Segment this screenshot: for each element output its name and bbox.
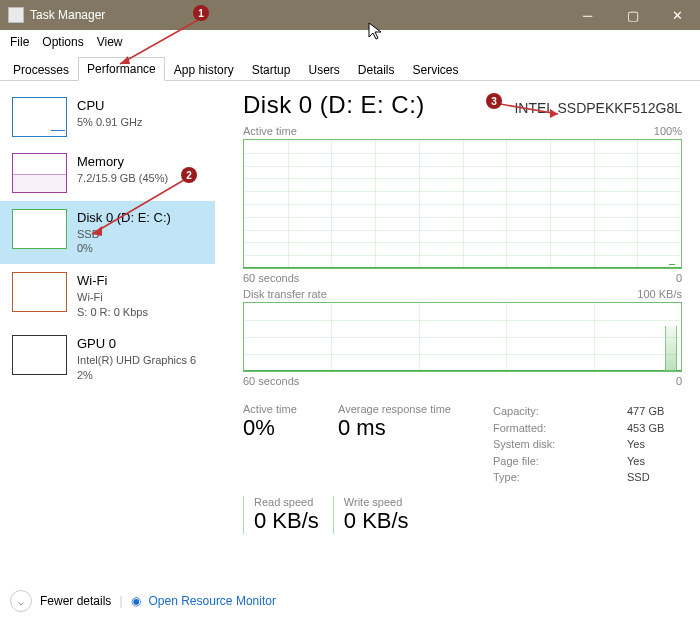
annotation-2: 2 — [181, 167, 197, 183]
tab-services[interactable]: Services — [404, 58, 468, 81]
footer: ⌵ Fewer details | ◉ Open Resource Monito… — [10, 590, 276, 612]
sidebar-item-gpu0[interactable]: GPU 0 Intel(R) UHD Graphics 6 2% — [0, 327, 215, 390]
disk-stats: Active time 0% Average response time 0 m… — [243, 403, 682, 486]
minimize-button[interactable]: ─ — [565, 0, 610, 30]
disk-model: INTEL SSDPEKKF512G8L — [514, 100, 682, 116]
titlebar[interactable]: Task Manager ─ ▢ ✕ — [0, 0, 700, 30]
active-time-chart[interactable] — [243, 139, 682, 269]
tab-app-history[interactable]: App history — [165, 58, 243, 81]
write-label: Write speed — [344, 496, 409, 508]
wifi-sub1: Wi-Fi — [77, 290, 148, 305]
wifi-sub2: S: 0 R: 0 Kbps — [77, 305, 148, 320]
fewer-details-label[interactable]: Fewer details — [40, 594, 111, 608]
detail-pane: Disk 0 (D: E: C:) INTEL SSDPEKKF512G8L A… — [215, 81, 700, 586]
chart1-max: 100% — [654, 125, 682, 137]
write-value: 0 KB/s — [344, 508, 409, 534]
gpu-sub1: Intel(R) UHD Graphics 6 — [77, 353, 196, 368]
window-title: Task Manager — [30, 8, 105, 22]
disk-sub2: 0% — [77, 241, 171, 256]
chart2-max: 100 KB/s — [637, 288, 682, 300]
type-k: Type: — [493, 469, 520, 486]
maximize-button[interactable]: ▢ — [610, 0, 655, 30]
gpu-thumb-chart — [12, 335, 67, 375]
chart2-label: Disk transfer rate — [243, 288, 327, 300]
annotation-1: 1 — [193, 5, 209, 21]
system-k: System disk: — [493, 436, 555, 453]
gpu-title: GPU 0 — [77, 335, 196, 353]
task-manager-icon — [8, 7, 24, 23]
menubar: File Options View — [0, 30, 700, 54]
page-v: Yes — [627, 453, 682, 470]
footer-sep: | — [119, 594, 122, 608]
capacity-k: Capacity: — [493, 403, 539, 420]
wifi-title: Wi-Fi — [77, 272, 148, 290]
chart2-axis-left: 60 seconds — [243, 375, 299, 387]
read-label: Read speed — [254, 496, 319, 508]
window-controls: ─ ▢ ✕ — [565, 0, 700, 30]
chart2-axis-right: 0 — [676, 375, 682, 387]
disk-title: Disk 0 (D: E: C:) — [77, 209, 171, 227]
open-resource-monitor-link[interactable]: Open Resource Monitor — [149, 594, 276, 608]
gpu-sub2: 2% — [77, 368, 196, 383]
read-value: 0 KB/s — [254, 508, 319, 534]
annotation-3: 3 — [486, 93, 502, 109]
formatted-v: 453 GB — [627, 420, 682, 437]
menu-options[interactable]: Options — [36, 32, 89, 52]
avg-resp-label: Average response time — [338, 403, 493, 415]
formatted-k: Formatted: — [493, 420, 546, 437]
system-v: Yes — [627, 436, 682, 453]
close-button[interactable]: ✕ — [655, 0, 700, 30]
content-area: CPU 5% 0.91 GHz Memory 7.2/15.9 GB (45%)… — [0, 81, 700, 586]
cpu-title: CPU — [77, 97, 142, 115]
performance-sidebar: CPU 5% 0.91 GHz Memory 7.2/15.9 GB (45%)… — [0, 81, 215, 586]
active-time-value: 0% — [243, 415, 338, 441]
tab-users[interactable]: Users — [299, 58, 348, 81]
wifi-thumb-chart — [12, 272, 67, 312]
active-time-label: Active time — [243, 403, 338, 415]
menu-file[interactable]: File — [4, 32, 35, 52]
type-v: SSD — [627, 469, 682, 486]
chart1-label: Active time — [243, 125, 297, 137]
mouse-cursor-icon — [368, 22, 384, 46]
fewer-details-toggle[interactable]: ⌵ — [10, 590, 32, 612]
memory-title: Memory — [77, 153, 168, 171]
cpu-sub: 5% 0.91 GHz — [77, 115, 142, 130]
chart1-axis-left: 60 seconds — [243, 272, 299, 284]
resource-monitor-icon: ◉ — [131, 594, 141, 608]
sidebar-item-wifi[interactable]: Wi-Fi Wi-Fi S: 0 R: 0 Kbps — [0, 264, 215, 327]
disk-thumb-chart — [12, 209, 67, 249]
menu-view[interactable]: View — [91, 32, 129, 52]
memory-thumb-chart — [12, 153, 67, 193]
sidebar-item-cpu[interactable]: CPU 5% 0.91 GHz — [0, 89, 215, 145]
page-k: Page file: — [493, 453, 539, 470]
tabstrip: Processes Performance App history Startu… — [0, 54, 700, 81]
disk-sub1: SSD — [77, 227, 171, 242]
chart1-axis-right: 0 — [676, 272, 682, 284]
tab-details[interactable]: Details — [349, 58, 404, 81]
detail-title: Disk 0 (D: E: C:) — [243, 91, 425, 119]
cpu-thumb-chart — [12, 97, 67, 137]
memory-sub: 7.2/15.9 GB (45%) — [77, 171, 168, 186]
tab-processes[interactable]: Processes — [4, 58, 78, 81]
avg-resp-value: 0 ms — [338, 415, 493, 441]
transfer-rate-chart[interactable] — [243, 302, 682, 372]
tab-startup[interactable]: Startup — [243, 58, 300, 81]
sidebar-item-disk0[interactable]: Disk 0 (D: E: C:) SSD 0% — [0, 201, 215, 264]
capacity-v: 477 GB — [627, 403, 682, 420]
tab-performance[interactable]: Performance — [78, 57, 165, 81]
